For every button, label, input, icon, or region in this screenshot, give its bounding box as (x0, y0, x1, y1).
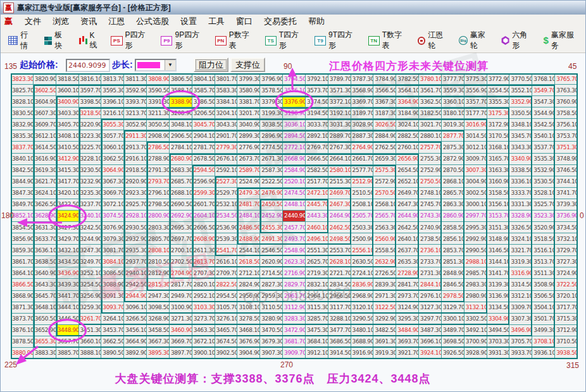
grid-cell[interactable]: 3859.30 (11, 245, 34, 256)
grid-cell[interactable]: 2515.30 (328, 176, 351, 188)
grid-cell[interactable]: 3136.90 (487, 291, 510, 302)
grid-cell[interactable]: 2534.50 (215, 211, 238, 222)
grid-cell[interactable]: 2608.90 (192, 233, 215, 245)
grid-cell[interactable]: 3074.50 (101, 211, 124, 222)
grid-cell[interactable]: 2894.50 (283, 130, 306, 142)
grid-cell[interactable]: 3103.30 (192, 302, 215, 314)
grid-cell[interactable]: 3405.70 (56, 119, 79, 130)
grid-cell[interactable]: 2733.70 (419, 256, 442, 267)
grid-cell[interactable]: 2664.10 (328, 154, 351, 165)
grid-cell[interactable]: 3672.10 (192, 336, 215, 348)
grid-cell[interactable]: 3645.70 (34, 291, 56, 302)
grid-cell[interactable]: 3604.90 (34, 96, 56, 107)
grid-cell[interactable]: 2491.30 (260, 233, 283, 245)
grid-cell[interactable]: 3016.90 (464, 119, 487, 130)
grid-cell[interactable]: 2925.70 (124, 199, 147, 211)
grid-cell[interactable]: 3763.30 (555, 85, 578, 96)
grid-cell[interactable]: 3892.90 (124, 348, 147, 359)
grid-cell[interactable]: 2577.70 (351, 165, 374, 176)
grid-cell[interactable]: 3477.70 (328, 325, 351, 336)
grid-cell[interactable]: 2556.10 (351, 245, 374, 256)
grid-cell[interactable]: 3456.10 (124, 325, 147, 336)
grid-cell[interactable]: 3837.70 (11, 142, 34, 153)
grid-cell[interactable]: 3290.50 (351, 314, 374, 325)
grid-cell[interactable]: 2961.70 (283, 291, 306, 302)
grid-cell[interactable]: 3088.90 (101, 279, 124, 290)
grid-cell[interactable]: 3518.50 (532, 233, 555, 245)
grid-cell[interactable]: 2776.90 (237, 142, 260, 153)
grid-cell[interactable]: 2928.10 (124, 211, 147, 222)
grid-cell[interactable]: 3261.70 (79, 314, 102, 325)
grid-cell[interactable]: 2452.90 (260, 211, 283, 222)
grid-cell[interactable]: 3854.50 (11, 222, 34, 233)
grid-cell[interactable]: 3832.90 (11, 119, 34, 130)
grid-cell[interactable]: 2973.70 (396, 291, 419, 302)
grid-cell[interactable]: 3592.90 (124, 85, 147, 96)
grid-cell[interactable]: 3828.10 (11, 96, 34, 107)
grid-cell[interactable]: 3876.10 (11, 325, 34, 336)
grid-cell[interactable]: 3727.30 (555, 256, 578, 267)
grid-cell[interactable]: 2942.50 (124, 279, 147, 290)
grid-cell[interactable]: 3667.30 (147, 336, 170, 348)
grid-cell[interactable]: 2700.10 (170, 245, 192, 256)
grid-cell[interactable]: 3664.90 (124, 336, 147, 348)
grid-cell[interactable]: 3019.30 (442, 119, 464, 130)
grid-cell[interactable]: 3446.50 (56, 314, 79, 325)
grid-cell[interactable]: 3895.30 (147, 348, 170, 359)
grid-cell[interactable]: 3506.50 (532, 291, 555, 302)
grid-cell[interactable]: 3616.90 (34, 154, 56, 165)
grid-cell[interactable]: 2868.10 (442, 176, 464, 188)
grid-cell[interactable]: 3549.70 (532, 85, 555, 96)
grid-cell[interactable]: 3633.70 (34, 233, 56, 245)
grid-cell[interactable]: 3367.30 (373, 96, 396, 107)
grid-cell[interactable]: 3376.90 (283, 96, 306, 107)
grid-cell[interactable]: 3096.10 (124, 302, 147, 314)
grid-cell[interactable]: 2916.10 (124, 154, 147, 165)
grid-cell[interactable]: 3280.90 (260, 314, 283, 325)
grid-cell[interactable]: 2539.30 (215, 233, 238, 245)
grid-cell[interactable]: 3816.10 (79, 73, 102, 85)
grid-cell[interactable]: 3782.50 (396, 73, 419, 85)
grid-cell[interactable]: 2882.50 (396, 130, 419, 142)
grid-cell[interactable]: 3086.50 (101, 267, 124, 279)
grid-cell[interactable]: 3021.70 (419, 119, 442, 130)
grid-cell[interactable]: 3465.70 (215, 325, 238, 336)
grid-cell[interactable]: 3328.90 (509, 211, 532, 222)
grid-cell[interactable]: 3391.30 (147, 96, 170, 107)
grid-cell[interactable]: 3264.10 (101, 314, 124, 325)
grid-cell[interactable]: 3602.50 (34, 85, 56, 96)
grid-cell[interactable]: 3542.50 (532, 119, 555, 130)
grid-cell[interactable]: 3004.90 (464, 176, 487, 188)
grid-cell[interactable]: 3571.30 (328, 85, 351, 96)
grid-cell[interactable]: 2827.30 (260, 279, 283, 290)
grid-cell[interactable]: 3158.50 (487, 188, 510, 199)
grid-cell[interactable]: 2791.30 (147, 165, 170, 176)
menu-item-江恩[interactable]: 江恩 (103, 15, 130, 28)
grid-cell[interactable]: 3573.70 (306, 85, 328, 96)
grid-cell[interactable]: 3628.90 (34, 211, 56, 222)
grid-cell[interactable]: 3062.50 (101, 154, 124, 165)
grid-cell[interactable]: 2652.10 (396, 176, 419, 188)
grid-cell[interactable]: 2601.70 (192, 199, 215, 211)
start-price-input[interactable] (66, 59, 110, 72)
grid-cell[interactable]: 3700.90 (464, 336, 487, 348)
grid-cell[interactable]: 2786.50 (147, 142, 170, 153)
grid-cell[interactable]: 3652.90 (34, 325, 56, 336)
grid-cell[interactable]: 3309.70 (509, 302, 532, 314)
grid-cell[interactable]: 3768.10 (532, 73, 555, 85)
grid-cell[interactable]: 3129.70 (442, 302, 464, 314)
grid-cell[interactable]: 2661.70 (351, 154, 374, 165)
grid-cell[interactable]: 2644.90 (396, 211, 419, 222)
grid-cell[interactable]: 3660.10 (79, 336, 102, 348)
grid-cell[interactable]: 3369.70 (351, 96, 374, 107)
grid-cell[interactable]: 2757.70 (419, 142, 442, 153)
grid-cell[interactable]: 3002.50 (464, 188, 487, 199)
toolbar-item-kline[interactable]: K线 (75, 28, 105, 53)
menu-item-交易委托[interactable]: 交易委托 (258, 15, 302, 28)
grid-cell[interactable]: 2971.30 (373, 291, 396, 302)
grid-cell[interactable]: 3916.90 (351, 348, 374, 359)
grid-cell[interactable]: 2832.10 (306, 279, 328, 290)
grid-cell[interactable]: 3698.50 (442, 336, 464, 348)
grid-cell[interactable]: 3033.70 (306, 119, 328, 130)
menu-item-资讯[interactable]: 资讯 (75, 15, 103, 28)
